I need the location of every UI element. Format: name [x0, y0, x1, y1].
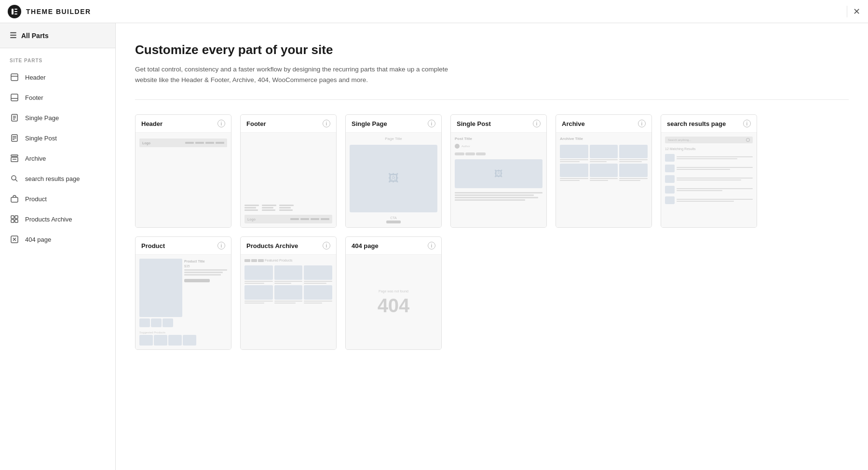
svg-rect-3: [14, 14, 17, 14]
elementor-logo: [8, 5, 21, 18]
card-preview-single-page: Page Title 🖼 CTA: [346, 133, 441, 227]
sidebar-item-label-products-archive: Products Archive: [25, 216, 72, 223]
card-header-bar-products-archive: Products Archive i: [241, 237, 336, 255]
card-header-bar-single-post: Single Post i: [451, 115, 546, 133]
mock-product-title: Product Title: [184, 260, 227, 263]
card-info-search[interactable]: i: [743, 120, 751, 127]
card-info-products-archive[interactable]: i: [323, 242, 330, 249]
topbar-right: ✕: [847, 6, 860, 17]
card-info-404[interactable]: i: [428, 242, 435, 249]
sidebar-item-label-footer: Footer: [25, 94, 43, 101]
card-title-single-page: Single Page: [352, 120, 387, 127]
svg-rect-6: [11, 94, 18, 101]
card-archive[interactable]: Archive i Archive Title: [556, 114, 652, 228]
product-icon: [10, 194, 19, 204]
404-svg-icon: [10, 235, 19, 244]
all-parts-label: All Parts: [21, 32, 49, 40]
card-single-post[interactable]: Single Post i Post Title Author: [450, 114, 547, 228]
sidebar-item-archive[interactable]: Archive: [0, 148, 115, 168]
svg-rect-25: [15, 220, 18, 222]
sidebar-item-product[interactable]: Product: [0, 189, 115, 209]
card-title-header: Header: [141, 120, 163, 127]
single-page-svg-icon: [10, 113, 19, 122]
mock-logo-text: Logo: [142, 141, 150, 145]
card-header-bar-footer: Footer i: [241, 115, 336, 133]
svg-line-20: [15, 180, 17, 181]
mock-404-number: 404: [378, 296, 410, 315]
sidebar-section-label: SITE PARTS: [0, 48, 115, 67]
svg-rect-2: [14, 11, 17, 12]
mock-post-title: Post Title: [455, 137, 542, 141]
sidebar-item-label-single-post: Single Post: [25, 135, 57, 142]
product-svg-icon: [10, 194, 19, 203]
sidebar-item-single-post[interactable]: Single Post: [0, 128, 115, 148]
card-products-archive[interactable]: Products Archive i Featured Products: [240, 236, 337, 350]
sidebar: ☰ All Parts SITE PARTS Header Footer: [0, 23, 116, 470]
card-single-page[interactable]: Single Page i Page Title 🖼 CTA: [345, 114, 442, 228]
card-info-footer[interactable]: i: [323, 120, 330, 127]
card-header[interactable]: Header i Logo: [135, 114, 231, 228]
card-preview-404: Page was not found 404: [346, 255, 441, 349]
mock-logo-sm: Logo: [247, 218, 256, 221]
archive-svg-icon: [10, 154, 19, 163]
search-results-icon: [10, 174, 19, 183]
sidebar-item-404[interactable]: 404 page: [0, 229, 115, 249]
card-product[interactable]: Product i: [135, 236, 231, 350]
archive-icon: [10, 153, 19, 163]
card-preview-product: Product Title $35 Sug: [136, 255, 231, 349]
sidebar-item-single-page[interactable]: Single Page: [0, 108, 115, 128]
svg-rect-21: [11, 197, 18, 202]
mock-author: Author: [461, 145, 470, 148]
svg-rect-16: [11, 155, 18, 156]
sidebar-item-products-archive[interactable]: Products Archive: [0, 209, 115, 229]
card-header-bar-archive: Archive i: [556, 115, 651, 133]
single-post-svg-icon: [10, 134, 19, 142]
sidebar-item-label-archive: Archive: [25, 155, 46, 162]
mock-search-text: Search anything...: [668, 138, 746, 141]
card-404[interactable]: 404 page i Page was not found 404: [345, 236, 442, 350]
card-title-search: search results page: [667, 120, 726, 127]
card-title-404: 404 page: [352, 242, 379, 249]
page-title: Customize every part of your site: [135, 42, 849, 57]
sidebar-item-label-search: search results page: [25, 175, 80, 182]
card-title-archive: Archive: [562, 120, 585, 127]
404-icon: [10, 235, 19, 244]
topbar-left: THEME BUILDER: [8, 5, 91, 18]
sidebar-item-search-results[interactable]: search results page: [0, 168, 115, 189]
sidebar-item-footer[interactable]: Footer: [0, 87, 115, 108]
card-preview-single-post: Post Title Author 🖼: [451, 133, 546, 227]
card-header-bar-search: search results page i: [661, 115, 757, 133]
card-info-single-page[interactable]: i: [428, 120, 435, 127]
sidebar-item-label-header: Header: [25, 74, 46, 81]
svg-rect-22: [11, 216, 14, 219]
card-info-archive[interactable]: i: [638, 120, 646, 127]
search-results-svg-icon: [10, 174, 19, 183]
footer-svg-icon: [10, 93, 19, 102]
sidebar-item-label-product: Product: [25, 195, 47, 203]
topbar-separator: [847, 6, 847, 17]
content-area: Customize every part of your site Get to…: [116, 23, 868, 470]
products-archive-svg-icon: [10, 215, 19, 223]
header-icon: [10, 72, 19, 82]
sidebar-item-header[interactable]: Header: [0, 67, 115, 87]
mock-page-title: Page Title: [350, 137, 437, 141]
page-description: Get total control, consistency and a fas…: [135, 64, 463, 85]
card-title-footer: Footer: [246, 120, 266, 127]
close-button[interactable]: ✕: [853, 6, 860, 17]
main-layout: ☰ All Parts SITE PARTS Header Footer: [0, 23, 868, 470]
card-preview-products-archive: Featured Products: [241, 255, 336, 349]
card-footer[interactable]: Footer i: [240, 114, 337, 228]
svg-rect-23: [15, 216, 18, 219]
header-svg-icon: [10, 73, 19, 82]
card-info-header[interactable]: i: [217, 120, 225, 127]
content-divider: [135, 99, 849, 100]
sidebar-item-label-single-page: Single Page: [25, 114, 59, 122]
sidebar-all-parts[interactable]: ☰ All Parts: [0, 23, 115, 48]
card-search-results[interactable]: search results page i Search anything...…: [661, 114, 757, 228]
card-preview-archive: Archive Title: [556, 133, 651, 227]
card-info-single-post[interactable]: i: [533, 120, 541, 127]
card-info-product[interactable]: i: [217, 242, 225, 249]
svg-rect-4: [11, 74, 18, 81]
mock-featured-products: Featured Products: [265, 259, 293, 262]
mock-product-price: $35: [184, 264, 227, 268]
